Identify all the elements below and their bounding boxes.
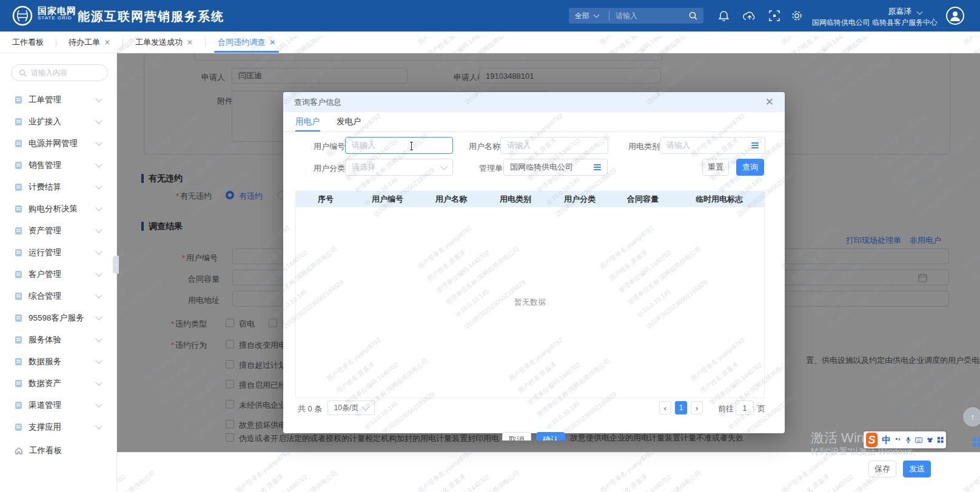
sidebar-item-data-asset[interactable]: 数据资产 [0, 374, 117, 393]
goto-page-input[interactable]: 1 [736, 401, 754, 415]
tab-label: 工作看板 [12, 37, 44, 48]
app-screen: 国家电网 STATE GRID 能源互联网营销服务系统 全部 请输入 [0, 0, 980, 492]
close-icon[interactable]: ✕ [187, 38, 193, 47]
sidebar-item-work-board[interactable]: 工作看板 [0, 441, 117, 460]
col-user-name: 用户名称 [419, 194, 483, 205]
edge-widget-icon[interactable] [973, 437, 980, 447]
microphone-icon[interactable] [905, 436, 911, 444]
tab-power-generator[interactable]: 发电户 [337, 112, 361, 131]
ime-language-indicator[interactable]: 中 [882, 434, 891, 446]
m-org-input[interactable]: 国网临猗供电公司 [503, 159, 608, 176]
chevron-down-icon [917, 9, 923, 15]
global-search[interactable]: 全部 请输入 [569, 8, 703, 24]
chevron-down-icon [95, 117, 102, 124]
toolbox-grid-icon[interactable] [938, 436, 944, 444]
sidebar-search-placeholder: 请输入内容 [31, 68, 67, 78]
sidebar-item-general-mgmt[interactable]: 综合管理 [0, 287, 117, 306]
avatar[interactable] [946, 7, 964, 25]
scan-fullscreen-icon[interactable] [769, 10, 780, 21]
top-header: 国家电网 STATE GRID 能源互联网营销服务系统 全部 请输入 [0, 0, 980, 32]
chevron-down-icon [95, 248, 102, 254]
close-icon[interactable]: ✕ [765, 97, 774, 107]
sidebar-item-work-orders[interactable]: 工单管理 [0, 90, 117, 110]
confirm-button[interactable]: 确认 [536, 432, 565, 440]
tab-power-consumer[interactable]: 用电户 [295, 112, 320, 131]
back-to-top-button[interactable]: ↑ [963, 407, 980, 427]
brand-cn: 国家电网 [38, 6, 76, 15]
chevron-down-icon [363, 404, 369, 410]
sidebar-item-data-service[interactable]: 数据服务 [0, 352, 117, 371]
sidebar-item-95598-service[interactable]: 95598客户服务 [0, 308, 117, 328]
m-elec-type-input[interactable]: 请输入 [660, 137, 765, 154]
search-icon[interactable] [688, 11, 698, 21]
col-user-no: 用户编号 [356, 194, 419, 205]
m-user-no-input[interactable]: 请输入 [345, 137, 453, 154]
notification-bell-icon[interactable] [718, 10, 730, 22]
modal-header: 查询客户信息 ✕ [283, 92, 785, 112]
sidebar-collapse-handle[interactable]: ‹ [113, 256, 119, 274]
tab-label: 合同违约调查 [218, 37, 265, 48]
list-select-icon[interactable] [751, 142, 759, 148]
cloud-icon[interactable] [742, 11, 757, 21]
chevron-down-icon [95, 270, 102, 276]
m-user-class-label: 用户分类 [314, 163, 345, 174]
skin-shirt-icon[interactable] [927, 436, 933, 444]
app-title: 能源互联网营销服务系统 [78, 8, 224, 25]
chevron-down-icon [95, 226, 102, 233]
sidebar-item-asset-mgmt[interactable]: 资产管理 [0, 221, 117, 241]
sidebar-item-operation-mgmt[interactable]: 运行管理 [0, 243, 117, 262]
col-elec-type: 用电类别 [483, 194, 548, 205]
sidebar-item-purchase-analysis[interactable]: 购电分析决策 [0, 199, 117, 219]
m-user-class-select[interactable]: 请选择 [345, 159, 453, 176]
pagination: 共 0 条 10条/页 ‹ 1 › 前往 1 页 [295, 400, 765, 416]
reset-button[interactable]: 重置 [702, 159, 729, 176]
sidebar-item-channel-mgmt[interactable]: 渠道管理 [0, 396, 117, 415]
sogou-ime-toolbar[interactable]: S 中 [864, 431, 946, 448]
sidebar-item-service-experience[interactable]: 服务体验 [0, 330, 117, 350]
sidebar-item-business-expansion[interactable]: 业扩接入 [0, 112, 117, 131]
bottom-action-bar: 保存 发送 [117, 452, 980, 492]
sidebar-item-billing[interactable]: 计费结算 [0, 178, 117, 197]
modal-footer-clipped: 取消 确认 [502, 432, 572, 440]
search-input[interactable]: 请输入 [609, 11, 688, 21]
search-scope-select[interactable]: 全部 [569, 11, 609, 21]
chevron-down-icon [95, 401, 102, 407]
sidebar-item-sales-mgmt[interactable]: 销售管理 [0, 156, 117, 175]
sidebar-search-input[interactable]: 请输入内容 [11, 64, 108, 81]
col-capacity: 合同容量 [612, 194, 674, 205]
keyboard-icon[interactable] [915, 437, 922, 444]
tab-todo-orders[interactable]: 待办工单✕ [56, 32, 122, 53]
tab-order-sent[interactable]: 工单发送成功✕ [123, 32, 205, 53]
sidebar-item-customer-mgmt[interactable]: 客户管理 [0, 265, 117, 284]
total-count: 共 0 条 [298, 404, 322, 414]
sidebar-item-power-grid-mgmt[interactable]: 电源并网管理 [0, 134, 117, 153]
col-temp-flag: 临时用电标志 [674, 194, 765, 205]
prev-page-button[interactable]: ‹ [659, 401, 671, 414]
sogou-logo-icon[interactable]: S [866, 433, 878, 447]
cancel-button[interactable]: 取消 [502, 432, 531, 440]
chevron-down-icon [95, 204, 102, 211]
list-select-icon[interactable] [594, 164, 601, 170]
tab-contract-breach-survey[interactable]: 合同违约调查✕ [206, 32, 287, 53]
current-page[interactable]: 1 [675, 401, 687, 414]
page-tabbar: 工作看板 待办工单✕ 工单发送成功✕ 合同违约调查✕ [0, 32, 980, 53]
page-size-select[interactable]: 10条/页 [327, 401, 375, 415]
col-user-class: 用户分类 [548, 194, 612, 205]
ime-punctuation-icon[interactable] [895, 436, 901, 444]
m-user-name-input[interactable]: 请输入 [500, 137, 608, 154]
tab-label: 待办工单 [69, 37, 100, 48]
next-page-button[interactable]: › [691, 401, 703, 414]
home-icon [15, 447, 23, 455]
query-button[interactable]: 查询 [736, 159, 764, 176]
close-icon[interactable]: ✕ [269, 38, 275, 47]
user-menu[interactable]: 原嘉泽 [888, 6, 922, 17]
settings-gear-icon[interactable] [791, 10, 803, 22]
close-icon[interactable]: ✕ [104, 38, 110, 47]
tab-work-board[interactable]: 工作看板 [0, 32, 56, 53]
send-button[interactable]: 发送 [903, 460, 931, 477]
goto-label: 前往 [718, 404, 734, 414]
sidebar-item-support-apps[interactable]: 支撑应用 [0, 417, 117, 437]
save-button[interactable]: 保存 [868, 460, 896, 477]
chevron-down-icon [95, 422, 102, 429]
chevron-down-icon [95, 139, 102, 145]
